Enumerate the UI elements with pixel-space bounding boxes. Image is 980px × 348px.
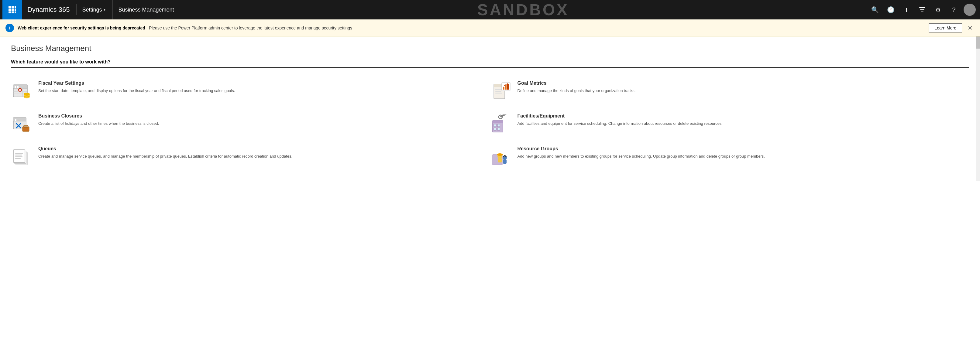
main-content: Business Management Which feature would … <box>0 37 980 181</box>
svg-rect-54 <box>15 154 22 156</box>
resource-groups-text: Resource Groups Add new groups and new m… <box>517 146 962 159</box>
nav-divider-1 <box>76 4 76 15</box>
resource-groups-icon <box>490 146 512 168</box>
feature-item-goal-metrics[interactable]: Goal Metrics Define and manage the kinds… <box>490 75 969 108</box>
help-icon[interactable]: ? <box>946 0 962 19</box>
history-icon[interactable]: 🕐 <box>883 0 899 19</box>
svg-rect-43 <box>494 124 496 127</box>
business-closures-desc: Create a list of holidays and other time… <box>38 121 483 127</box>
fiscal-year-icon <box>11 81 33 102</box>
queues-desc: Create and manage service queues, and ma… <box>38 153 483 159</box>
svg-rect-61 <box>503 159 507 164</box>
info-icon: i <box>5 24 14 32</box>
svg-rect-13 <box>17 86 19 88</box>
fiscal-year-settings-text: Fiscal Year Settings Set the start date,… <box>38 81 483 94</box>
sandbox-label: SANDBOX <box>180 1 867 19</box>
svg-rect-55 <box>15 156 22 157</box>
svg-point-64 <box>505 156 507 157</box>
add-icon[interactable]: + <box>899 0 914 19</box>
svg-rect-53 <box>15 153 23 154</box>
learn-more-button[interactable]: Learn More <box>929 23 962 32</box>
banner-message: Please use the Power Platform admin cent… <box>149 25 925 30</box>
feature-item-resource-groups[interactable]: Resource Groups Add new groups and new m… <box>490 141 969 173</box>
svg-rect-52 <box>13 150 25 162</box>
settings-label: Settings <box>82 7 102 13</box>
business-closures-text: Business Closures Create a list of holid… <box>38 113 483 127</box>
filter-icon[interactable] <box>914 0 930 19</box>
goal-metrics-text: Goal Metrics Define and manage the kinds… <box>517 81 962 94</box>
feature-item-business-closures[interactable]: Business Closures Create a list of holid… <box>11 108 490 141</box>
scrollbar-thumb[interactable] <box>976 37 980 49</box>
resource-groups-desc: Add new groups and new members to existi… <box>517 153 962 159</box>
settings-menu-button[interactable]: Settings ▾ <box>78 0 110 19</box>
facilities-equipment-title[interactable]: Facilities/Equipment <box>517 113 962 119</box>
svg-rect-45 <box>494 128 496 130</box>
svg-rect-46 <box>498 128 500 130</box>
svg-rect-30 <box>505 85 507 90</box>
search-icon[interactable]: 🔍 <box>867 0 883 19</box>
svg-rect-1 <box>11 6 14 8</box>
fiscal-year-settings-desc: Set the start date, template, and displa… <box>38 88 483 94</box>
module-label: Business Management <box>113 0 179 19</box>
svg-rect-29 <box>503 87 504 90</box>
scrollbar-track[interactable] <box>976 37 980 181</box>
brand-title: Dynamics 365 <box>22 6 75 14</box>
svg-point-60 <box>503 156 507 160</box>
business-closures-title[interactable]: Business Closures <box>38 113 483 119</box>
svg-rect-7 <box>11 12 14 13</box>
facilities-equipment-icon <box>490 113 512 135</box>
avatar-circle <box>964 4 976 16</box>
queues-title[interactable]: Queues <box>38 146 483 151</box>
banner-close-button[interactable]: ✕ <box>966 24 975 32</box>
app-launcher-button[interactable] <box>2 0 22 19</box>
queues-text: Queues Create and manage service queues,… <box>38 146 483 159</box>
facilities-equipment-desc: Add facilities and equipment for service… <box>517 121 962 127</box>
page-wrapper: Business Management Which feature would … <box>0 37 980 181</box>
top-nav: Dynamics 365 Settings ▾ Business Managem… <box>0 0 980 19</box>
feature-grid: Fiscal Year Settings Set the start date,… <box>11 75 969 173</box>
user-avatar[interactable] <box>962 0 978 19</box>
svg-rect-26 <box>495 91 501 92</box>
svg-rect-0 <box>8 6 11 8</box>
facilities-equipment-text: Facilities/Equipment Add facilities and … <box>517 113 962 127</box>
svg-point-63 <box>503 156 504 157</box>
section-question: Which feature would you like to work wit… <box>11 59 969 68</box>
svg-rect-56 <box>15 158 21 159</box>
svg-rect-59 <box>498 158 502 162</box>
svg-rect-35 <box>15 119 16 121</box>
nav-icon-group: 🔍 🕐 + ⚙ ? <box>867 0 978 19</box>
svg-rect-12 <box>14 86 16 88</box>
svg-rect-42 <box>493 121 503 123</box>
queues-icon <box>11 146 33 168</box>
page-title: Business Management <box>11 44 969 53</box>
goal-metrics-icon <box>490 81 512 102</box>
svg-rect-5 <box>14 9 16 11</box>
svg-rect-44 <box>498 124 500 127</box>
svg-rect-31 <box>507 84 509 90</box>
fiscal-year-settings-title[interactable]: Fiscal Year Settings <box>38 81 483 86</box>
goal-metrics-title[interactable]: Goal Metrics <box>517 81 962 86</box>
gear-icon[interactable]: ⚙ <box>930 0 946 19</box>
svg-rect-2 <box>14 6 16 8</box>
svg-rect-6 <box>8 12 11 13</box>
svg-rect-8 <box>14 12 16 13</box>
svg-rect-4 <box>11 9 14 11</box>
settings-chevron-icon: ▾ <box>103 8 105 12</box>
feature-item-fiscal-year-settings[interactable]: Fiscal Year Settings Set the start date,… <box>11 75 490 108</box>
svg-rect-27 <box>495 93 502 94</box>
feature-item-queues[interactable]: Queues Create and manage service queues,… <box>11 141 490 173</box>
business-closures-icon <box>11 113 33 135</box>
info-banner: i Web client experience for security set… <box>0 19 980 37</box>
svg-rect-3 <box>8 9 11 11</box>
goal-metrics-desc: Define and manage the kinds of goals tha… <box>517 88 962 94</box>
svg-point-22 <box>24 93 30 96</box>
banner-bold-text: Web client experience for security setti… <box>18 25 145 30</box>
feature-item-facilities-equipment[interactable]: Facilities/Equipment Add facilities and … <box>490 108 969 141</box>
resource-groups-title[interactable]: Resource Groups <box>517 146 962 151</box>
svg-point-62 <box>497 153 503 156</box>
